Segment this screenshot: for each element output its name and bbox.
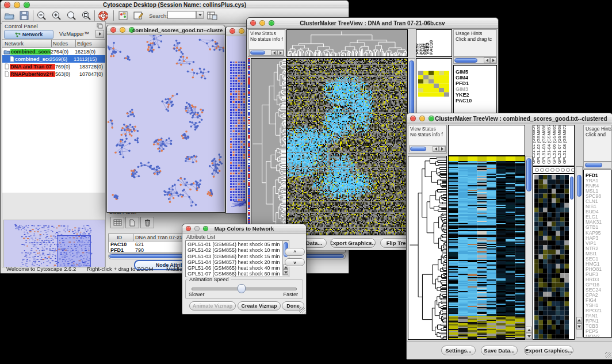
treeview2-row-dendrogram[interactable]: [408, 156, 447, 340]
treeview1-zoom-heatmap[interactable]: [418, 71, 449, 97]
close-icon[interactable]: [230, 28, 235, 34]
scroll-down-arrow[interactable]: [576, 323, 582, 329]
gene-label[interactable]: PFD1: [454, 81, 496, 86]
main-titlebar[interactable]: Cytoscape Desktop (Session Name: collins…: [1, 1, 349, 9]
minimize-icon[interactable]: [120, 27, 125, 33]
treeview1-column-dendrogram[interactable]: [286, 29, 408, 57]
column-label[interactable]: GPL51-02 (GSM855): [536, 125, 541, 164]
scroll-right-arrow[interactable]: [439, 146, 445, 152]
zoom-in-icon[interactable]: [51, 10, 62, 21]
minimize-icon[interactable]: [419, 116, 425, 121]
treeview2-column-dendrogram[interactable]: [448, 125, 525, 156]
attribute-item[interactable]: GPL51-02 (GSM855) heat shock 10 min: [186, 247, 289, 253]
network-row[interactable]: DNA and Tran 07 769(0) 183728(0): [2, 63, 105, 70]
col-header-edges[interactable]: Edges: [77, 41, 92, 47]
scroll-down-arrow[interactable]: [283, 270, 288, 275]
network-row-selected[interactable]: combined_sco 2569(6) 13112(15): [2, 55, 105, 63]
network-view-canvas[interactable]: [108, 35, 224, 212]
col-header-network[interactable]: Network: [5, 41, 24, 47]
animate-vizmap-button[interactable]: Animate Vizmap: [189, 301, 236, 311]
network-overview-canvas[interactable]: [4, 220, 104, 267]
row-id[interactable]: PAC10: [110, 242, 127, 247]
gene-label[interactable]: PAC10: [454, 98, 496, 104]
attribute-item[interactable]: GPL51-01 (GSM854) heat shock 05 min: [186, 242, 289, 247]
save-icon[interactable]: [19, 10, 29, 21]
annotation-icon[interactable]: [118, 10, 128, 21]
col-header-nodes[interactable]: Nodes: [53, 41, 68, 47]
column-label[interactable]: GPL51-08 (GSM872): [562, 125, 567, 164]
treeview2-vscrollbar[interactable]: [525, 156, 533, 340]
row-value[interactable]: 790: [135, 247, 144, 252]
minimize-icon[interactable]: [239, 28, 244, 34]
treeview2-usage-hscrollbar[interactable]: [583, 162, 612, 168]
attribute-item[interactable]: GPL51-04 (GSM857) heat shock 20 min: [186, 259, 289, 265]
open-folder-icon[interactable]: [4, 10, 15, 21]
network-row[interactable]: RNAPuberNov2+I 563(0) 107847(0): [2, 70, 105, 78]
gene-label[interactable]: GIM4: [454, 75, 496, 81]
scroll-up-arrow[interactable]: [576, 317, 582, 323]
scroll-left-arrow[interactable]: [484, 58, 490, 63]
row-id[interactable]: PFD1: [110, 247, 124, 252]
attribute-listbox[interactable]: GPL51-01 (GSM854) heat shock 05 minGPL51…: [185, 240, 289, 277]
column-label[interactable]: GPL51-07 (GSM868): [557, 125, 562, 164]
help-lifesaver-icon[interactable]: [98, 10, 109, 21]
scroll-right-arrow[interactable]: [490, 58, 496, 63]
treeview1-usage-hscrollbar[interactable]: [453, 57, 497, 64]
column-label[interactable]: PAC10: [429, 40, 434, 55]
scroll-left-arrow[interactable]: [271, 50, 277, 55]
edit-network-icon[interactable]: [133, 10, 144, 21]
column-label[interactable]: GPL51-06 (GSM865): [552, 125, 557, 164]
column-label[interactable]: GPL51-04 (GSM857): [546, 125, 552, 164]
attribute-table-icon[interactable]: [206, 10, 217, 21]
export-graphics-button[interactable]: Export Graphics...: [330, 238, 376, 248]
view-status-hscrollbar[interactable]: [409, 145, 446, 152]
treeview2-titlebar[interactable]: ClusterMaker TreeView : combined_scores_…: [407, 113, 612, 124]
zoom-fit-icon[interactable]: [81, 10, 91, 21]
treeview2-zoom-heatmap[interactable]: [534, 175, 569, 339]
zoom-scroll-thumb[interactable]: [570, 177, 573, 200]
gene-label[interactable]: GIM5: [454, 69, 496, 75]
view-status-hscrollbar[interactable]: [249, 49, 284, 56]
network-overview-panel[interactable]: [3, 220, 105, 267]
scroll-right-arrow[interactable]: [277, 50, 284, 55]
scrollbar-thumb[interactable]: [585, 163, 602, 167]
zoom-out-icon[interactable]: [36, 10, 47, 21]
data-col-id[interactable]: ID: [117, 235, 122, 240]
scrollbar-thumb[interactable]: [577, 175, 582, 197]
create-vizmap-button[interactable]: Create Vizmap: [238, 301, 281, 311]
scrollbar-thumb[interactable]: [250, 51, 265, 55]
scroll-up-arrow[interactable]: [526, 327, 532, 333]
treeview2-heatmap[interactable]: [448, 156, 525, 340]
save-data-button[interactable]: Save Data...: [481, 346, 518, 355]
search-input[interactable]: [167, 11, 196, 19]
attribute-item[interactable]: GPL51-06 (GSM865) heat shock 40 min: [186, 265, 289, 271]
tab-network[interactable]: Network: [4, 30, 53, 39]
scrollbar-thumb[interactable]: [526, 158, 531, 191]
animation-slider-thumb[interactable]: [238, 284, 246, 293]
zoom-selected-icon[interactable]: [66, 10, 76, 21]
network-row[interactable]: combined_scores 2764(0) 16218(0): [2, 48, 105, 55]
treeview1-heatmap[interactable]: [286, 58, 408, 235]
row-value[interactable]: 621: [135, 242, 144, 247]
table-grid-icon[interactable]: [110, 217, 124, 228]
new-attribute-icon[interactable]: [125, 217, 139, 228]
scrollbar-thumb[interactable]: [410, 147, 426, 151]
attribute-item[interactable]: GPL51-03 (GSM856) heat shock 15 min: [186, 254, 289, 259]
close-icon[interactable]: [410, 116, 416, 121]
scroll-left-arrow[interactable]: [433, 146, 439, 152]
resize-grip[interactable]: [605, 352, 611, 358]
resize-grip[interactable]: [299, 307, 305, 313]
float-panel-icon[interactable]: [97, 23, 103, 29]
close-icon[interactable]: [110, 27, 116, 33]
dialog-titlebar[interactable]: Map Colors to Network: [182, 224, 306, 233]
move-down-button[interactable]: v: [285, 258, 305, 266]
gene-label[interactable]: MON2: [584, 334, 611, 338]
scrollbar-thumb[interactable]: [454, 58, 477, 63]
search-dropdown-icon[interactable]: [196, 11, 204, 19]
treeview1-titlebar[interactable]: ClusterMaker TreeView : DNA and Tran 07-…: [247, 18, 498, 29]
treeview2-genelist-vscrollbar[interactable]: [576, 166, 583, 338]
settings-button[interactable]: Settings...: [441, 346, 476, 355]
export-graphics-button[interactable]: Export Graphics...: [524, 346, 573, 355]
delete-attribute-icon[interactable]: [140, 217, 154, 228]
move-up-button[interactable]: ^: [285, 248, 305, 256]
